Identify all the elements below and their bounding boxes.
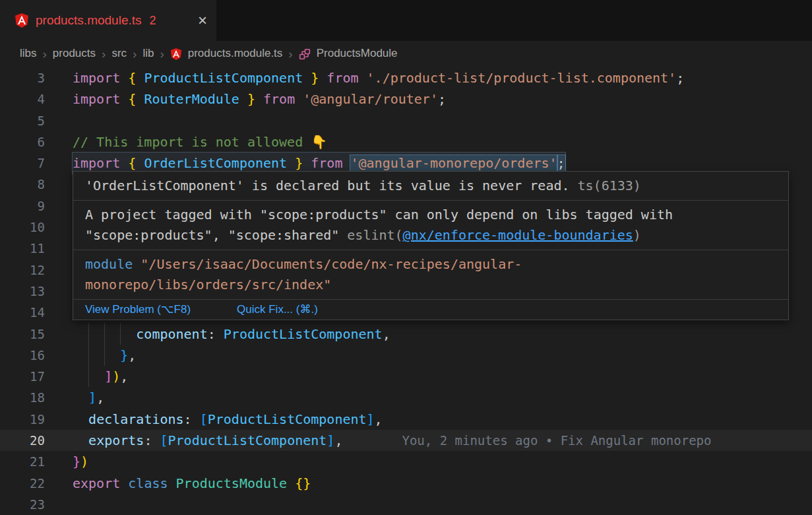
eslint-rule-link[interactable]: @nx/enforce-module-boundaries (403, 227, 633, 243)
breadcrumb-item-products[interactable]: products (53, 47, 96, 60)
line-number: 12 (0, 259, 45, 281)
line-number: 20 (0, 430, 45, 451)
chevron-right-icon: › (43, 48, 47, 60)
breadcrumb-item-symbol[interactable]: ProductsModule (317, 47, 398, 60)
code-line-23[interactable]: 23 (0, 494, 812, 515)
breadcrumb: libs › products › src › lib › products.m… (0, 41, 812, 66)
tab-products-module[interactable]: products.module.ts 2 × (0, 0, 216, 41)
line-number: 11 (0, 238, 45, 259)
code-line-20[interactable]: 20 exports: [ProductListComponent],You, … (0, 430, 812, 451)
code-line-21[interactable]: 21}) (0, 451, 812, 472)
code-line-3[interactable]: 3import { ProductListComponent } from '.… (0, 67, 812, 88)
tab-bar: products.module.ts 2 × (0, 0, 812, 41)
line-number: 17 (0, 366, 45, 387)
line-number: 19 (0, 409, 45, 430)
breadcrumb-item-lib[interactable]: lib (142, 47, 154, 60)
module-path: "/Users/isaac/Documents/code/nx-recipes/… (85, 256, 522, 292)
tab-title: products.module.ts (36, 13, 142, 28)
chevron-right-icon: › (160, 48, 164, 60)
line-number: 16 (0, 345, 45, 366)
hover-actions: View Problem (⌥F8) Quick Fix... (⌘.) (73, 299, 788, 320)
class-symbol-icon (299, 48, 311, 59)
code-line-6[interactable]: 6// This import is not allowed 👇 (0, 131, 812, 153)
code-text: import { ProductListComponent } from './… (73, 67, 684, 88)
code-text: // This import is not allowed 👇 (73, 131, 327, 153)
chevron-right-icon: › (133, 48, 137, 60)
code-text: declarations: [ProductListComponent], (73, 409, 383, 430)
code-line-18[interactable]: 18 ], (0, 387, 812, 408)
vscode-window: products.module.ts 2 × libs › products ›… (0, 0, 812, 515)
code-line-4[interactable]: 4import { RouterModule } from '@angular/… (0, 88, 812, 110)
line-number: 10 (0, 217, 45, 238)
code-text: ]), (73, 366, 128, 387)
line-number: 15 (0, 324, 45, 345)
view-problem-button[interactable]: View Problem (⌥F8) (85, 303, 191, 316)
chevron-right-icon: › (102, 48, 106, 60)
indent-guide (120, 323, 121, 345)
code-line-16[interactable]: 16 }, (0, 345, 812, 366)
breadcrumb-item-libs[interactable]: libs (20, 47, 37, 60)
code-line-5[interactable]: 5 (0, 110, 812, 131)
ts-diagnostic-code: ts(6133) (578, 178, 641, 193)
code-line-15[interactable]: 15 component: ProductListComponent, (0, 324, 812, 345)
chevron-right-icon: › (288, 48, 292, 60)
code-text: import { RouterModule } from '@angular/r… (73, 88, 446, 110)
tab-error-badge: 2 (150, 14, 156, 28)
angular-icon (15, 13, 29, 28)
line-number: 22 (0, 473, 45, 494)
line-number: 21 (0, 451, 45, 472)
eslint-source-open: eslint( (347, 227, 402, 243)
indent-guide (88, 323, 89, 387)
hover-module-info: module "/Users/isaac/Documents/code/nx-r… (73, 250, 788, 299)
line-number: 9 (0, 195, 45, 217)
editor[interactable]: 3import { ProductListComponent } from '.… (0, 66, 812, 515)
code-line-19[interactable]: 19 declarations: [ProductListComponent], (0, 409, 812, 430)
module-keyword: module (85, 256, 141, 272)
git-blame-annotation: You, 2 minutes ago • Fix Angular monorep… (402, 433, 711, 448)
line-number: 6 (0, 131, 45, 153)
code-line-22[interactable]: 22export class ProductsModule {} (0, 473, 812, 494)
line-number: 18 (0, 387, 45, 408)
line-number: 5 (0, 110, 45, 131)
code-text: exports: [ProductListComponent], (73, 430, 342, 451)
quick-fix-button[interactable]: Quick Fix... (⌘.) (237, 303, 318, 316)
line-number: 8 (0, 174, 45, 195)
close-icon[interactable]: × (198, 13, 207, 28)
code-text: ], (73, 387, 104, 408)
ts-diagnostic-message: 'OrderListComponent' is declared but its… (85, 178, 570, 193)
breadcrumb-item-file[interactable]: products.module.ts (188, 47, 283, 60)
line-number: 23 (0, 494, 45, 515)
hover-eslint-diagnostic: A project tagged with "scope:products" c… (73, 200, 788, 250)
line-number: 13 (0, 281, 45, 302)
code-text: }) (73, 451, 88, 472)
hover-ts-diagnostic: 'OrderListComponent' is declared but its… (73, 172, 788, 200)
code-text: export class ProductsModule {} (73, 473, 311, 494)
angular-icon (170, 48, 182, 59)
indent-guide (104, 323, 105, 366)
line-number: 3 (0, 67, 45, 88)
breadcrumb-item-src[interactable]: src (111, 47, 127, 60)
code-line-17[interactable]: 17 ]), (0, 366, 812, 387)
line-number: 14 (0, 302, 45, 323)
line-number: 7 (0, 153, 45, 174)
problem-hover-popup: 'OrderListComponent' is declared but its… (73, 171, 789, 320)
line-number: 4 (0, 88, 45, 110)
eslint-source-close: ) (633, 227, 641, 243)
